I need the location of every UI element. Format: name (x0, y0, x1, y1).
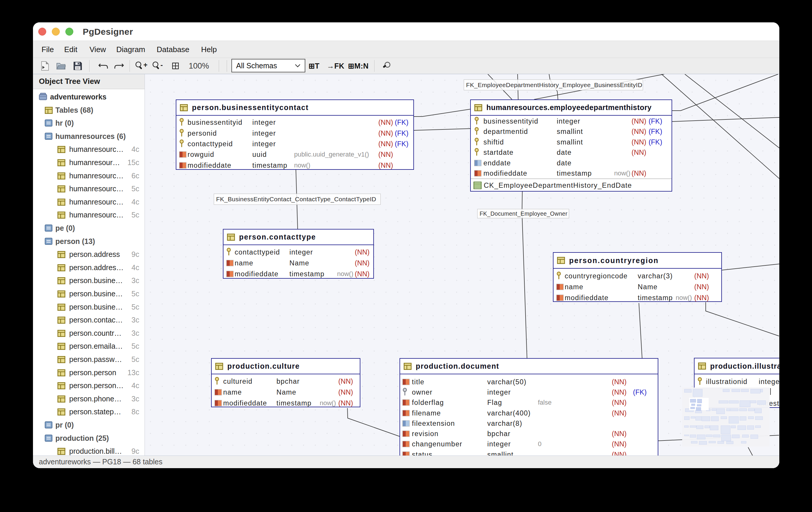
svg-text:+: + (143, 61, 147, 69)
svg-text:-: - (161, 61, 163, 69)
